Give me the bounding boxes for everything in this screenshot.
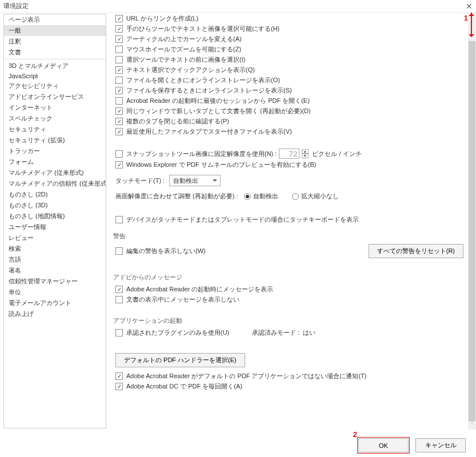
sidebar-item[interactable]: マルチメディア (従来形式) <box>4 167 106 178</box>
sidebar-item[interactable]: 署名 <box>4 265 106 276</box>
opt-label: Adobe Acrobat Reader がデフォルトの PDF アプリケーショ… <box>126 372 367 380</box>
close-icon[interactable]: ✕ <box>466 2 473 11</box>
section-adobe-messages: アドビからのメッセージ <box>113 273 471 282</box>
sidebar-item[interactable]: マルチメディアの信頼性 (従来形式) <box>4 178 106 189</box>
sidebar-item[interactable]: フォーム <box>4 157 106 167</box>
scroll-up-button[interactable]: ˄ <box>468 13 476 21</box>
sidebar-item[interactable]: 信頼性管理マネージャー <box>4 276 106 287</box>
sidebar-item[interactable]: 電子メールアカウント <box>4 298 106 308</box>
opt-label: ファイルを保存するときにオンラインストレージを表示(S) <box>126 86 292 95</box>
opt-label: 選択ツールでテキストの前に画像を選択(I) <box>126 55 245 64</box>
touch-mode-label: タッチモード(T) : <box>115 177 165 185</box>
sidebar-item[interactable]: アクセシビリティ <box>4 81 106 91</box>
snapshot-unit: ピクセル / インチ <box>312 150 361 158</box>
checkbox-certified-plugins[interactable] <box>115 329 123 336</box>
touch-mode-select[interactable]: 自動検出 <box>169 175 221 186</box>
opt-label: マウスホイールでズームを可能にする(Z) <box>126 45 241 54</box>
opt-label: ファイルを開くときにオンラインストレージを表示(O) <box>126 76 280 85</box>
sidebar-item[interactable]: セキュリティ <box>4 124 106 135</box>
sidebar-item[interactable]: 一般 <box>4 25 106 36</box>
radio-scale-auto[interactable] <box>244 193 251 200</box>
sidebar-item[interactable]: 注釈 <box>4 36 106 47</box>
section-app-start: アプリケーションの起動 <box>113 316 471 325</box>
sidebar-item[interactable]: レビュー <box>4 232 106 243</box>
annotation-2: 2 <box>353 430 357 439</box>
checkbox-explorer-thumbs[interactable] <box>115 161 123 169</box>
scroll-down-button[interactable]: ˅ <box>468 422 476 430</box>
checkbox-quick-actions[interactable] <box>115 66 123 74</box>
category-sidebar: ページ表示一般注釈文書3D とマルチメディアJavaScriptアクセシビリティ… <box>3 14 106 428</box>
sidebar-item[interactable]: ものさし (3D) <box>4 200 106 211</box>
opt-label: 同じウィンドウで新しいタブとして文書を開く (再起動が必要)(D) <box>126 107 311 115</box>
checkbox-always-open-dc[interactable] <box>115 383 123 390</box>
checkbox-doc-message[interactable] <box>115 296 123 303</box>
scale-label: 画面解像度に合わせて調整 (再起動が必要) : <box>115 192 238 201</box>
checkbox-url-links[interactable] <box>115 15 123 22</box>
sidebar-item[interactable]: セキュリティ (拡張) <box>4 135 106 146</box>
cancel-button[interactable]: キャンセル <box>415 438 466 452</box>
reset-warnings-button[interactable]: すべての警告をリセット(R) <box>369 244 463 258</box>
snapshot-dpi-input[interactable] <box>279 149 299 159</box>
ok-button[interactable]: OK <box>358 438 409 452</box>
sidebar-item[interactable]: 文書 <box>4 47 106 58</box>
checkbox-snapshot-dpi[interactable] <box>115 150 123 158</box>
certified-mode-value: はい <box>303 328 315 337</box>
opt-label: スナップショットツール画像に固定解像度を使用(N) : <box>126 150 277 158</box>
sidebar-item[interactable]: 言語 <box>4 254 106 265</box>
radio-label: 拡大縮小なし <box>301 192 339 201</box>
opt-label: Adobe Acrobat DC で PDF を毎回開く(A) <box>126 382 242 391</box>
sidebar-item[interactable]: スペルチェック <box>4 113 106 124</box>
sidebar-item[interactable]: JavaScript <box>4 71 106 81</box>
sidebar-item[interactable]: 3D とマルチメディア <box>4 61 106 71</box>
opt-label: 最近使用したファイルタブでスター付きファイルを表示(V) <box>126 127 292 136</box>
opt-label: 編集の警告を表示しない(W) <box>126 247 206 255</box>
checkbox-select-image-first[interactable] <box>115 56 123 63</box>
checkbox-startup-message[interactable] <box>115 286 123 293</box>
sidebar-item[interactable]: 単位 <box>4 287 106 298</box>
select-pdf-handler-button[interactable]: デフォルトの PDF ハンドラーを選択(E) <box>115 353 245 367</box>
opt-label: Windows Explorer で PDF サムネールのプレビューを有効にする… <box>126 161 316 169</box>
opt-label: 複数のタブを閉じる前に確認する(P) <box>126 117 229 126</box>
sidebar-item[interactable]: ものさし (2D) <box>4 189 106 200</box>
window-title: 環境設定 <box>3 2 29 10</box>
sidebar-item[interactable]: アドビオンラインサービス <box>4 91 106 102</box>
checkbox-restore-session[interactable] <box>115 97 123 105</box>
snapshot-dpi-spinner[interactable]: ▴▾ <box>302 149 309 158</box>
section-warnings: 警告 <box>113 232 471 240</box>
checkbox-open-in-tabs[interactable] <box>115 107 123 115</box>
opt-label: 文書の表示中にメッセージを表示しない <box>126 295 239 304</box>
checkbox-touch-keyboard[interactable] <box>115 216 123 223</box>
checkbox-save-online[interactable] <box>115 87 123 94</box>
opt-label: URL からリンクを作成(L) <box>126 14 198 23</box>
radio-label: 自動検出 <box>253 192 278 201</box>
certified-mode-label: 承認済みモード : <box>252 328 299 337</box>
opt-label: テキスト選択でクイックアクションを表示(Q) <box>126 66 255 74</box>
sidebar-item[interactable]: 検索 <box>4 243 106 254</box>
opt-label: 手のひらツールでテキストと画像を選択可能にする(H) <box>126 25 279 33</box>
sidebar-item[interactable]: ものさし (地図情報) <box>4 211 106 222</box>
vertical-scrollbar[interactable]: ˄ ˅ <box>468 13 476 430</box>
checkbox-hide-edit-warnings[interactable] <box>115 247 123 255</box>
checkbox-default-pdf-notify[interactable] <box>115 372 123 380</box>
checkbox-article-cursor[interactable] <box>115 35 123 43</box>
scrollbar-thumb[interactable] <box>469 41 475 422</box>
radio-scale-none[interactable] <box>292 193 299 200</box>
main-panel: URL からリンクを作成(L) 手のひらツールでテキストと画像を選択可能にする(… <box>109 13 476 430</box>
titlebar: 環境設定 ✕ <box>0 0 476 13</box>
opt-label: Acrobat Reader の起動時に最後のセッションから PDF を開く(E… <box>126 97 310 105</box>
checkbox-starred-files[interactable] <box>115 128 123 135</box>
opt-label: デバイスがタッチモードまたはタブレットモードの場合にタッチキーボードを表示 <box>126 215 359 224</box>
sidebar-item[interactable]: トラッカー <box>4 146 106 157</box>
opt-label: アーティクルの上でカーソルを変える(A) <box>126 35 242 43</box>
checkbox-confirm-close-tabs[interactable] <box>115 118 123 125</box>
checkbox-wheel-zoom[interactable] <box>115 46 123 53</box>
sidebar-item[interactable]: 読み上げ <box>4 308 106 319</box>
checkbox-open-online[interactable] <box>115 77 123 84</box>
opt-label: 承認されたプラグインのみを使用(U) <box>126 328 229 337</box>
sidebar-item[interactable]: インターネット <box>4 102 106 113</box>
sidebar-item[interactable]: ページ表示 <box>4 14 106 25</box>
sidebar-item[interactable]: ユーザー情報 <box>4 222 106 232</box>
opt-label: Adobe Acrobat Reader の起動時にメッセージを表示 <box>126 285 273 294</box>
checkbox-hand-select[interactable] <box>115 25 123 33</box>
